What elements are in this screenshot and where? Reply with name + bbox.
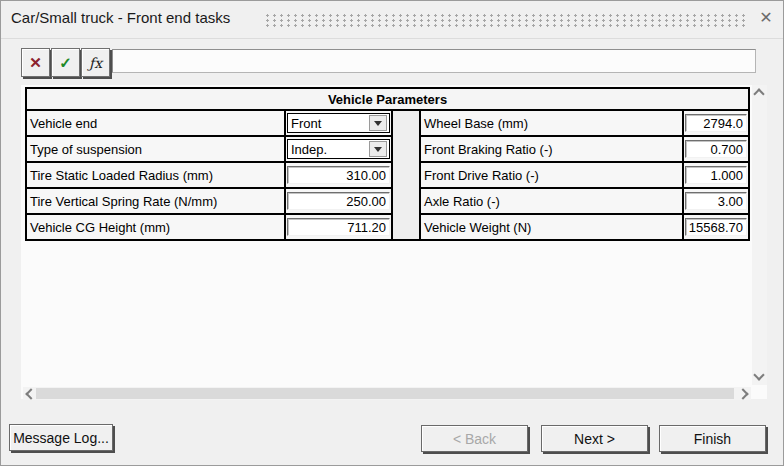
row-label-front-braking-ratio: Front Braking Ratio (-) — [421, 137, 682, 161]
task-dialog: Car/Small truck - Front end tasks ✕ ✕ ✓ … — [0, 0, 784, 466]
scroll-left-icon[interactable] — [25, 388, 36, 399]
vehicle-parameters-table: Vehicle Parameters Vehicle end Front Whe… — [25, 87, 750, 241]
row-label-axle-ratio: Axle Ratio (-) — [421, 189, 682, 213]
dropdown-value: Front — [288, 116, 369, 131]
tire-static-loaded-radius-input[interactable] — [287, 166, 390, 184]
axle-ratio-input[interactable] — [685, 192, 747, 210]
green-check-icon: ✓ — [59, 54, 72, 72]
axle-ratio-cell — [684, 189, 748, 213]
dropdown-button[interactable] — [369, 141, 387, 157]
tire-vertical-spring-rate-input[interactable] — [287, 192, 390, 210]
front-braking-ratio-cell — [684, 137, 748, 161]
front-drive-ratio-cell — [684, 163, 748, 187]
suspension-type-dropdown[interactable]: Indep. — [287, 139, 390, 159]
vehicle-end-dropdown[interactable]: Front — [287, 113, 390, 133]
vehicle-cg-height-input[interactable] — [287, 218, 390, 236]
chevron-down-icon — [374, 147, 382, 152]
red-x-icon: ✕ — [29, 54, 42, 72]
tire-vertical-spring-rate-cell — [286, 189, 391, 213]
back-button: < Back — [421, 425, 528, 452]
next-button[interactable]: Next > — [541, 425, 648, 452]
cancel-edit-button[interactable]: ✕ — [21, 48, 50, 77]
suspension-type-cell: Indep. — [286, 137, 391, 161]
vehicle-weight-cell — [684, 215, 748, 239]
table-column-separator — [393, 111, 419, 239]
formula-input[interactable] — [112, 49, 756, 73]
horizontal-scroll-thumb[interactable] — [36, 388, 734, 399]
row-label-front-drive-ratio: Front Drive Ratio (-) — [421, 163, 682, 187]
content-pane: Vehicle Parameters Vehicle end Front Whe… — [21, 85, 767, 399]
titlebar: Car/Small truck - Front end tasks ✕ — [1, 1, 783, 39]
page-title: Car/Small truck - Front end tasks — [11, 9, 230, 26]
row-label-vehicle-cg-height: Vehicle CG Height (mm) — [27, 215, 284, 239]
fx-icon: ƒx — [89, 55, 102, 71]
table-title: Vehicle Parameters — [27, 89, 748, 109]
row-label-vehicle-weight: Vehicle Weight (N) — [421, 215, 682, 239]
scroll-down-icon[interactable] — [753, 369, 764, 380]
vertical-scrollbar[interactable] — [752, 85, 767, 385]
finish-button[interactable]: Finish — [659, 425, 766, 452]
dropdown-button[interactable] — [369, 115, 387, 131]
dropdown-value: Indep. — [288, 142, 369, 157]
front-drive-ratio-input[interactable] — [685, 166, 747, 184]
accept-edit-button[interactable]: ✓ — [51, 48, 80, 77]
function-button[interactable]: ƒx — [81, 48, 110, 77]
message-log-button[interactable]: Message Log... — [9, 424, 113, 451]
front-braking-ratio-input[interactable] — [685, 140, 747, 158]
row-label-wheel-base: Wheel Base (mm) — [421, 111, 682, 135]
wheel-base-cell — [684, 111, 748, 135]
row-label-suspension-type: Type of suspension — [27, 137, 284, 161]
row-label-tire-static-loaded-radius: Tire Static Loaded Radius (mm) — [27, 163, 284, 187]
vehicle-end-cell: Front — [286, 111, 391, 135]
vehicle-cg-height-cell — [286, 215, 391, 239]
row-label-tire-vertical-spring-rate: Tire Vertical Spring Rate (N/mm) — [27, 189, 284, 213]
scroll-right-icon[interactable] — [737, 388, 748, 399]
close-icon[interactable]: ✕ — [756, 8, 776, 28]
row-label-vehicle-end: Vehicle end — [27, 111, 284, 135]
scroll-up-icon[interactable] — [753, 88, 764, 99]
tire-static-loaded-radius-cell — [286, 163, 391, 187]
chevron-down-icon — [374, 121, 382, 126]
drag-gripper[interactable] — [263, 12, 747, 27]
vehicle-weight-input[interactable] — [685, 218, 747, 236]
wheel-base-input[interactable] — [685, 114, 747, 132]
horizontal-scrollbar[interactable] — [23, 387, 751, 400]
